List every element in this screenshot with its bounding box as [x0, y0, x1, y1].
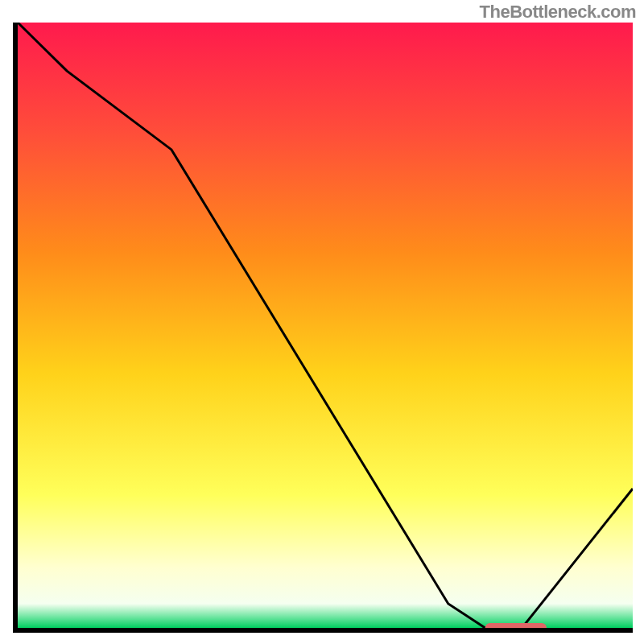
curve-layer [18, 23, 633, 628]
bottleneck-curve [18, 23, 633, 628]
watermark-text: TheBottleneck.com [480, 2, 636, 23]
optimal-range-marker [485, 623, 547, 628]
plot-area [13, 23, 633, 633]
bottleneck-chart: TheBottleneck.com [0, 0, 644, 644]
